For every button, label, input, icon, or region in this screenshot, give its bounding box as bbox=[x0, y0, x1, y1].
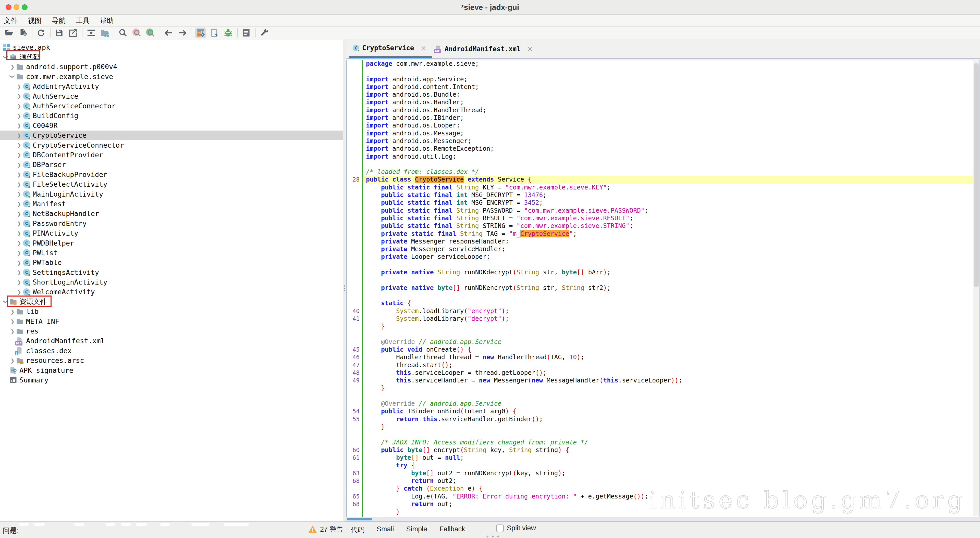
tree-item-PWTable[interactable]: ❯cPWTable bbox=[0, 258, 343, 267]
tree-item-AuthService[interactable]: ❯cAuthService bbox=[0, 91, 343, 101]
tree-item-C0049R[interactable]: ❯cC0049R bbox=[0, 121, 343, 130]
tree-item-PWDBHelper[interactable]: ❯cPWDBHelper bbox=[0, 238, 343, 248]
tree-item-CryptoServiceConnector[interactable]: ❯cCryptoServiceConnector bbox=[0, 140, 343, 150]
chevron-right-icon[interactable]: ❯ bbox=[9, 329, 16, 334]
vertical-scrollbar[interactable] bbox=[973, 60, 980, 516]
save-all-icon[interactable] bbox=[54, 27, 65, 38]
tree-item-AndroidManifest.xml[interactable]: MFAndroidManifest.xml bbox=[0, 336, 343, 346]
menu-item-tools[interactable]: 工具 bbox=[76, 16, 89, 25]
open-file-icon[interactable] bbox=[3, 27, 15, 38]
reload-icon[interactable] bbox=[35, 27, 47, 38]
tree-item-Manifest[interactable]: ❯cManifest bbox=[0, 199, 343, 209]
chevron-right-icon[interactable]: ❯ bbox=[16, 240, 22, 246]
flat-packages-icon[interactable] bbox=[99, 27, 110, 38]
tree-item-CryptoService[interactable]: ❯cCryptoService bbox=[0, 130, 343, 140]
sync-editor-icon[interactable] bbox=[86, 27, 97, 38]
menu-item-help[interactable]: 帮助 bbox=[100, 16, 114, 25]
mode-fallback[interactable]: Fallback bbox=[439, 525, 465, 535]
tree-item-FileBackupProvider[interactable]: ❯cFileBackupProvider bbox=[0, 170, 343, 179]
chevron-right-icon[interactable]: ❯ bbox=[16, 289, 22, 295]
log-viewer-icon[interactable] bbox=[241, 27, 252, 38]
debugger-icon[interactable] bbox=[223, 27, 234, 38]
chevron-right-icon[interactable]: ❯ bbox=[16, 152, 22, 157]
chevron-right-icon[interactable]: ❯ bbox=[16, 230, 22, 236]
split-view-toggle[interactable]: Split view bbox=[496, 524, 536, 532]
chevron-right-icon[interactable]: ❯ bbox=[9, 319, 16, 324]
back-icon[interactable] bbox=[163, 27, 174, 38]
vertical-scrollbar-thumb[interactable] bbox=[974, 63, 979, 287]
chevron-right-icon[interactable]: ❯ bbox=[16, 93, 22, 99]
split-view-checkbox[interactable] bbox=[496, 524, 504, 532]
tree-item-BuildConfig[interactable]: ❯cBuildConfig bbox=[0, 111, 343, 121]
chevron-right-icon[interactable]: ❯ bbox=[16, 191, 22, 197]
chevron-right-icon[interactable]: ❯ bbox=[16, 162, 22, 168]
tree-item-lib[interactable]: ❯lib bbox=[0, 307, 343, 316]
warnings-button[interactable]: ! 27 警告 bbox=[308, 525, 344, 534]
chevron-right-icon[interactable]: ❯ bbox=[16, 279, 22, 285]
chevron-right-icon[interactable]: ❯ bbox=[9, 64, 16, 70]
tree-item-PINActivity[interactable]: ❯cPINActivity bbox=[0, 228, 343, 238]
chevron-right-icon[interactable]: ❯ bbox=[16, 103, 22, 109]
chevron-right-icon[interactable]: ❯ bbox=[16, 250, 22, 256]
chevron-right-icon[interactable]: ❯ bbox=[16, 113, 22, 119]
chevron-right-icon[interactable]: ❯ bbox=[16, 123, 22, 128]
tree-item-com.mwr.example.sieve[interactable]: ❯com.mwr.example.sieve bbox=[0, 71, 343, 81]
chevron-right-icon[interactable]: ❯ bbox=[16, 211, 22, 216]
tree-item-android.support.p000v4[interactable]: ❯android.support.p000v4 bbox=[0, 62, 343, 71]
chevron-right-icon[interactable]: ❯ bbox=[16, 142, 22, 148]
deobfuscation-icon[interactable] bbox=[195, 27, 206, 38]
tree-item-APK signature[interactable]: APK signature bbox=[0, 365, 343, 375]
menu-item-view[interactable]: 视图 bbox=[28, 16, 41, 25]
chevron-right-icon[interactable]: ❯ bbox=[16, 133, 22, 138]
tree-item-META-INF[interactable]: ❯META-INF bbox=[0, 316, 343, 326]
chevron-right-icon[interactable]: ❯ bbox=[16, 171, 22, 177]
code-editor[interactable]: package com.mwr.example.sieve;import and… bbox=[346, 60, 980, 517]
chevron-right-icon[interactable]: ❯ bbox=[16, 221, 22, 226]
chevron-right-icon[interactable]: ❯ bbox=[16, 84, 22, 89]
tree-item-NetBackupHandler[interactable]: ❯cNetBackupHandler bbox=[0, 209, 343, 219]
menu-item-navigation[interactable]: 导航 bbox=[52, 16, 65, 25]
tree-item-FileSelectActivity[interactable]: ❯cFileSelectActivity bbox=[0, 179, 343, 189]
tree-item-源代码[interactable]: ❯源代码 bbox=[0, 52, 343, 62]
tree-item-PWList[interactable]: ❯cPWList bbox=[0, 248, 343, 257]
tab-androidmanifest[interactable]: MFAndroidManifest.xml× bbox=[432, 40, 538, 59]
add-files-icon[interactable] bbox=[18, 27, 29, 38]
tree-item-classes.dex[interactable]: Jclasses.dex bbox=[0, 346, 343, 355]
tab-cryptoservice[interactable]: cCryptoService× bbox=[349, 40, 432, 59]
chevron-right-icon[interactable]: ❯ bbox=[16, 201, 22, 206]
device-edit-icon[interactable] bbox=[209, 27, 220, 38]
tree-item-AuthServiceConnector[interactable]: ❯cAuthServiceConnector bbox=[0, 101, 343, 111]
export-icon[interactable] bbox=[67, 27, 79, 38]
chevron-right-icon[interactable]: ❯ bbox=[16, 181, 22, 187]
horizontal-scrollbar-thumb[interactable] bbox=[347, 518, 372, 521]
tree-item-resources.arsc[interactable]: ❯resources.arsc bbox=[0, 356, 343, 365]
tree-item-MainLoginActivity[interactable]: ❯cMainLoginActivity bbox=[0, 189, 343, 199]
tree-item-SettingsActivity[interactable]: ❯cSettingsActivity bbox=[0, 267, 343, 277]
tab-close-icon[interactable]: × bbox=[527, 45, 533, 53]
menu-item-file[interactable]: 文件 bbox=[4, 16, 18, 25]
tree-item-DBParser[interactable]: ❯cDBParser bbox=[0, 160, 343, 170]
chevron-right-icon[interactable]: ❯ bbox=[9, 358, 16, 363]
chevron-right-icon[interactable]: ❯ bbox=[9, 309, 16, 314]
tree-item-DBContentProvider[interactable]: ❯cDBContentProvider bbox=[0, 150, 343, 160]
tree-item-res[interactable]: ❯res bbox=[0, 326, 343, 336]
search-text-icon[interactable] bbox=[118, 27, 129, 38]
tree-item-ShortLoginActivity[interactable]: ❯cShortLoginActivity bbox=[0, 277, 343, 287]
search-comment-icon[interactable] bbox=[145, 27, 156, 38]
tree-item-AddEntryActivity[interactable]: ❯cAddEntryActivity bbox=[0, 82, 343, 91]
tab-close-icon[interactable]: × bbox=[421, 44, 426, 52]
mode-simple[interactable]: Simple bbox=[406, 525, 428, 535]
mode-smali[interactable]: Smali bbox=[377, 525, 394, 535]
preferences-icon[interactable] bbox=[259, 27, 270, 38]
mode-code[interactable]: 代码 bbox=[351, 525, 364, 535]
tree-item-sieve.apk[interactable]: sieve.apk bbox=[0, 42, 343, 52]
tree-item-Summary[interactable]: Summary bbox=[0, 375, 343, 385]
search-class-icon[interactable] bbox=[131, 27, 142, 38]
chevron-right-icon[interactable]: ❯ bbox=[16, 270, 22, 275]
chevron-right-icon[interactable]: ❯ bbox=[16, 260, 22, 265]
tree-item-PasswordEntry[interactable]: ❯cPasswordEntry bbox=[0, 219, 343, 228]
horizontal-scrollbar[interactable] bbox=[346, 517, 980, 521]
panel-splitter[interactable] bbox=[343, 40, 346, 521]
chevron-down-icon[interactable]: ❯ bbox=[9, 74, 16, 79]
forward-icon[interactable] bbox=[177, 27, 188, 38]
